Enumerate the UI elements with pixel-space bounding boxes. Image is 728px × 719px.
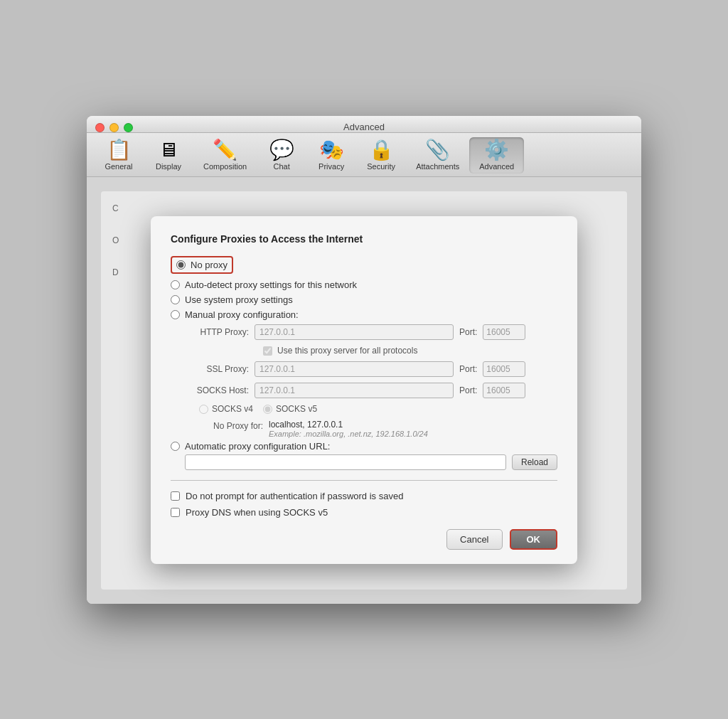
system-proxy-label: Use system proxy settings [185,294,293,305]
general-icon: 📋 [107,140,132,160]
socks-v5-option: SOCKS v5 [263,404,317,414]
toolbar-item-attachments[interactable]: 📎 Attachments [406,137,469,174]
socks-host-field-label: SOCKS Host: [185,385,249,395]
system-proxy-row: Use system proxy settings [171,294,557,305]
auto-proxy-url-input[interactable] [185,454,506,470]
attachments-icon: 📎 [425,140,450,160]
manual-proxy-radio[interactable] [171,310,180,319]
socks-port-wrapper [483,383,525,398]
proxy-fields: HTTP Proxy: Port: Use this proxy server … [185,324,557,438]
privacy-icon: 🎭 [319,140,344,160]
auto-proxy-url-radio[interactable] [171,442,180,451]
system-proxy-radio[interactable] [171,295,180,304]
socks-v4-label: SOCKS v4 [212,404,253,414]
display-label: Display [156,162,181,171]
manual-proxy-row: Manual proxy configuration: [171,309,557,320]
no-proxy-for-example: Example: .mozilla.org, .net.nz, 192.168.… [269,430,428,438]
window-content: C O D Configure Proxies to Access the In… [87,177,641,604]
ok-button[interactable]: OK [510,529,558,550]
http-proxy-row: HTTP Proxy: Port: [185,324,557,340]
socks-version-row: SOCKS v4 SOCKS v5 [199,404,557,414]
toolbar-item-composition[interactable]: ✏️ Composition [193,137,257,174]
privacy-label: Privacy [318,162,344,171]
modal-overlay: Configure Proxies to Access the Internet… [87,177,641,604]
general-label: General [105,162,132,171]
no-proxy-for-row: No Proxy for: localhost, 127.0.0.1 Examp… [199,420,557,438]
bottom-checkboxes: Do not prompt for authentication if pass… [171,491,557,518]
security-icon: 🔒 [369,140,394,160]
ssl-port-wrapper [483,361,525,377]
http-port-wrapper [483,324,525,340]
no-proxy-for-field-label: No Proxy for: [199,420,263,431]
window-controls [95,123,133,132]
reload-button[interactable]: Reload [512,454,557,470]
auto-proxy-header: Automatic proxy configuration URL: [171,441,557,452]
http-proxy-field-label: HTTP Proxy: [185,327,249,337]
socks-v5-radio[interactable] [263,405,272,414]
auto-proxy-section: Automatic proxy configuration URL: Reloa… [171,441,557,470]
no-proxy-label: No proxy [191,260,228,270]
advanced-label: Advanced [479,162,514,171]
attachments-label: Attachments [416,162,459,171]
ssl-proxy-row: SSL Proxy: Port: [185,361,557,377]
ssl-port-input[interactable] [483,361,525,377]
no-proxy-row: No proxy [171,256,233,274]
socks-host-row: SOCKS Host: Port: [185,383,557,398]
chat-icon: 💬 [269,140,294,160]
security-label: Security [367,162,395,171]
socks-v4-radio[interactable] [199,405,208,414]
auto-detect-row: Auto-detect proxy settings for this netw… [171,279,557,290]
use-all-protocols-checkbox[interactable] [263,346,272,356]
socks-port-label: Port: [459,385,477,395]
no-auth-prompt-checkbox[interactable] [171,491,180,501]
auto-proxy-input-row: Reload [185,454,557,470]
composition-label: Composition [203,162,247,171]
minimize-button[interactable] [109,123,119,132]
no-proxy-for-value: localhost, 127.0.0.1 [269,420,428,430]
socks-port-input[interactable] [483,383,525,398]
http-port-label: Port: [459,327,477,337]
ssl-port-label: Port: [459,364,477,374]
http-port-input[interactable] [483,324,525,340]
cancel-button[interactable]: Cancel [446,529,502,550]
ssl-proxy-field-label: SSL Proxy: [185,364,249,374]
toolbar-item-display[interactable]: 🖥 Display [144,137,193,174]
chat-label: Chat [274,162,290,171]
modal-title: Configure Proxies to Access the Internet [171,233,557,245]
proxy-dialog: Configure Proxies to Access the Internet… [151,216,577,564]
socks-v4-option: SOCKS v4 [199,404,253,414]
toolbar-item-privacy[interactable]: 🎭 Privacy [306,137,356,174]
proxy-dns-label: Proxy DNS when using SOCKS v5 [186,507,328,518]
no-proxy-for-content: localhost, 127.0.0.1 Example: .mozilla.o… [269,420,428,438]
modal-buttons: Cancel OK [171,529,557,550]
main-window: Advanced 📋 General 🖥 Display ✏️ Composit… [87,116,641,604]
no-auth-prompt-label: Do not prompt for authentication if pass… [186,491,403,501]
auto-proxy-url-label: Automatic proxy configuration URL: [185,441,330,452]
maximize-button[interactable] [124,123,133,132]
use-for-all-row: Use this proxy server for all protocols [263,346,557,356]
advanced-icon: ⚙️ [484,140,509,160]
toolbar-item-chat[interactable]: 💬 Chat [257,137,306,174]
close-button[interactable] [95,123,105,132]
divider [171,480,557,481]
window-title: Advanced [343,122,385,137]
toolbar-item-security[interactable]: 🔒 Security [356,137,406,174]
toolbar-item-general[interactable]: 📋 General [94,137,144,174]
use-all-protocols-label: Use this proxy server for all protocols [277,346,417,356]
proxy-dns-checkbox[interactable] [171,508,180,517]
socks-v5-label: SOCKS v5 [276,404,317,414]
manual-proxy-label: Manual proxy configuration: [185,309,299,320]
auto-detect-radio[interactable] [171,280,180,289]
no-proxy-radio[interactable] [176,260,186,270]
display-icon: 🖥 [159,140,178,160]
toolbar-item-advanced[interactable]: ⚙️ Advanced [469,137,524,174]
composition-icon: ✏️ [213,140,237,160]
http-proxy-input[interactable] [255,324,454,340]
ssl-proxy-input[interactable] [255,361,454,377]
proxy-dns-row: Proxy DNS when using SOCKS v5 [171,507,557,518]
auto-detect-label: Auto-detect proxy settings for this netw… [185,279,357,290]
toolbar: 📋 General 🖥 Display ✏️ Composition 💬 Cha… [87,133,641,177]
titlebar: Advanced [87,116,641,133]
socks-host-input[interactable] [255,383,454,398]
no-auth-prompt-row: Do not prompt for authentication if pass… [171,491,557,501]
